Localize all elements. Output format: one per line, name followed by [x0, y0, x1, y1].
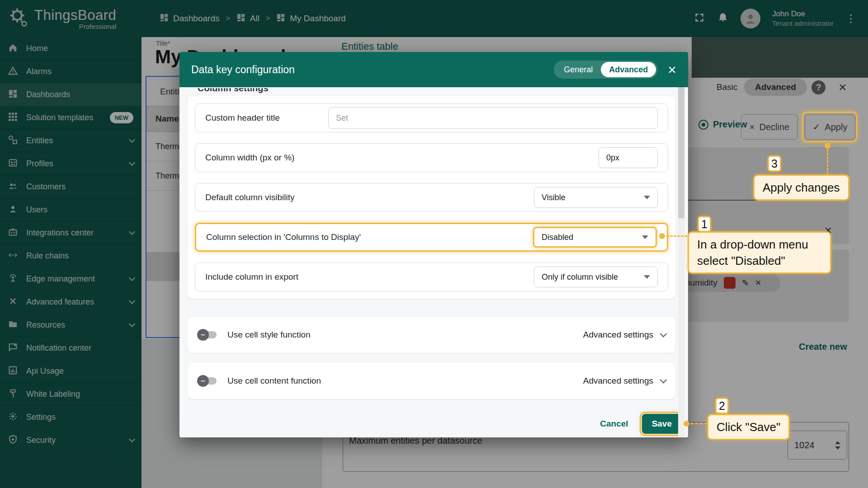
advanced-settings-label: Advanced settings: [583, 330, 653, 340]
setting-label: Custom header title: [205, 113, 328, 123]
use-cell-style-function-toggle[interactable]: [198, 331, 217, 338]
toggle-thumb-minus-icon: [197, 375, 209, 387]
toggle-thumb-minus-icon: [197, 329, 209, 341]
chevron-down-icon: [644, 196, 650, 199]
use-cell-content-function-toggle[interactable]: [198, 377, 217, 385]
select-value: Disabled: [542, 233, 573, 242]
setting-label: Include column in export: [205, 272, 298, 282]
section-heading-clipped: Column settings: [198, 88, 333, 94]
data-key-configuration-dialog: Data key configuration General Advanced …: [179, 52, 688, 437]
default-column-visibility-select[interactable]: Visible: [534, 187, 658, 208]
tab-general[interactable]: General: [556, 62, 601, 77]
column-width-px-or-input[interactable]: 0px: [599, 147, 658, 168]
chevron-down-icon: [660, 330, 667, 337]
card-use-cell-style-function: Use cell style functionAdvanced settings: [188, 317, 675, 353]
use-cell-style-function-advanced-settings-link[interactable]: Advanced settings: [583, 330, 665, 340]
setting-row-column-width-px-or: Column width (px or %)0px: [195, 143, 668, 172]
chevron-down-icon: [642, 235, 648, 239]
column-selection-in-columns-to-display-select[interactable]: Disabled: [533, 227, 657, 248]
advanced-settings-label: Advanced settings: [583, 376, 653, 386]
cancel-button[interactable]: Cancel: [600, 419, 628, 429]
setting-row-default-column-visibility: Default column visibilityVisible: [195, 183, 668, 212]
custom-header-title-input[interactable]: Set: [328, 107, 658, 129]
setting-label: Column selection in 'Columns to Display': [206, 232, 361, 242]
function-toggle-cards: Use cell style functionAdvanced settings…: [179, 317, 688, 399]
dialog-header: Data key configuration General Advanced …: [179, 52, 688, 87]
input-placeholder: Set: [336, 113, 348, 123]
select-value: Visible: [542, 193, 566, 202]
dialog-title: Data key configuration: [191, 64, 295, 76]
setting-row-column-selection-in-columns-to-display: Column selection in 'Columns to Display'…: [195, 223, 668, 252]
dialog-scrollbar[interactable]: [678, 87, 684, 437]
tab-advanced[interactable]: Advanced: [601, 62, 656, 77]
chevron-down-icon: [644, 275, 650, 279]
dialog-footer: Cancel Save: [600, 414, 682, 434]
dialog-mode-toggle: General Advanced: [554, 61, 658, 79]
select-value: Only if column visible: [542, 272, 618, 282]
setting-row-custom-header-title: Custom header titleSet: [195, 103, 668, 132]
save-button[interactable]: Save: [642, 414, 682, 434]
dialog-close-icon[interactable]: ×: [668, 62, 676, 77]
use-cell-content-function-advanced-settings-link[interactable]: Advanced settings: [583, 376, 665, 386]
input-value: 0px: [606, 153, 619, 163]
chevron-down-icon: [660, 376, 667, 383]
include-column-in-export-select[interactable]: Only if column visible: [534, 267, 658, 287]
dialog-body: Column settings Custom header titleSetCo…: [179, 87, 688, 437]
card-use-cell-content-function: Use cell content functionAdvanced settin…: [188, 363, 675, 399]
toggle-label: Use cell content function: [227, 376, 321, 386]
setting-label: Column width (px or %): [205, 153, 294, 163]
setting-row-include-column-in-export: Include column in exportOnly if column v…: [195, 263, 668, 291]
toggle-label: Use cell style function: [227, 330, 311, 340]
setting-label: Default column visibility: [205, 192, 294, 202]
column-settings-card: Custom header titleSetColumn width (px o…: [188, 96, 675, 299]
